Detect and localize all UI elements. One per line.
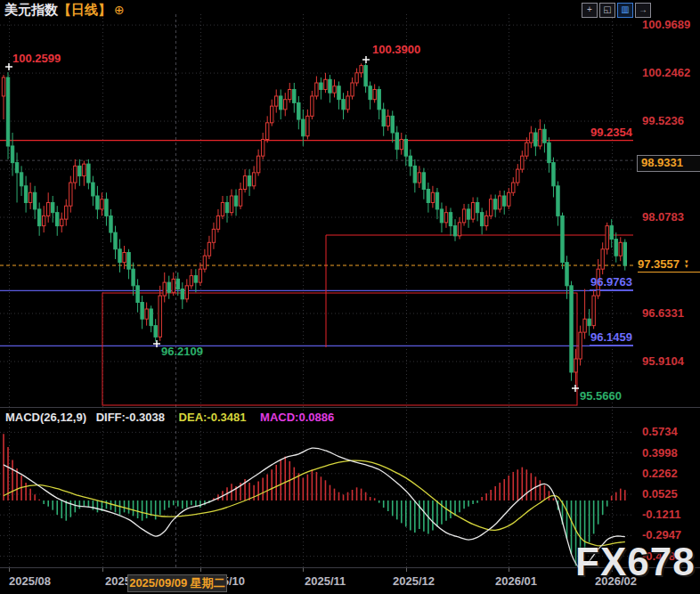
time-axis-label: 2025/11 <box>305 574 346 588</box>
price-axis-label: 95.9104 <box>642 354 684 368</box>
level-lines-layer[interactable] <box>0 141 633 346</box>
price-axis-label: 98.0783 <box>642 210 684 224</box>
price-axis-label: 100.2462 <box>642 66 690 79</box>
price-annotation: 96.2109 <box>161 345 203 358</box>
price-axis-label: 96.6331 <box>642 306 684 320</box>
add-indicator-icon[interactable]: ⊕ <box>114 3 125 17</box>
time-axis-label: 2025/08 <box>9 574 51 588</box>
macd-axis-label: 0.5734 <box>642 425 678 438</box>
annotation-markers <box>5 56 579 392</box>
resistance-line-label[interactable]: 99.2354 <box>590 126 633 141</box>
macd-axis-label: -0.1211 <box>642 508 680 521</box>
candles-layer <box>2 63 626 384</box>
chart-title: 美元指数【日线】⊕ <box>4 2 125 19</box>
macd-axis-label: 0.0525 <box>642 487 678 500</box>
pan-right-icon[interactable]: → <box>635 3 651 18</box>
period-label: 【日线】 <box>58 2 111 17</box>
drawings-layer[interactable] <box>102 235 633 405</box>
time-axis-label: 2025/12 <box>393 574 435 588</box>
macd-layer <box>4 434 625 568</box>
price-annotation: 100.2599 <box>12 52 61 65</box>
chart-canvas[interactable] <box>0 0 700 594</box>
macd-axis-label: 0.2262 <box>642 467 678 480</box>
symbol-name: 美元指数 <box>4 2 58 17</box>
crosshair-date-label: 2025/09/09 星期二 <box>127 574 227 592</box>
crosshair-price-label: 98.9331 <box>637 155 700 172</box>
double-down-arrow-icon: ▾▾ <box>685 260 688 268</box>
auto-scale-icon[interactable]: ▥ <box>617 3 633 18</box>
fit-chart-icon[interactable]: ◱ <box>599 3 615 18</box>
move-icon[interactable]: + <box>582 3 598 18</box>
macd-axis-label: 0.3998 <box>642 446 678 460</box>
price-axis-label: 99.5236 <box>642 114 684 127</box>
price-annotation: 100.3900 <box>372 43 420 56</box>
price-axis-label: 100.9689 <box>642 18 690 31</box>
support-line-label-1[interactable]: 96.9763 <box>590 275 633 290</box>
macd-diff-value: DIFF:-0.3038 <box>96 411 165 424</box>
watermark: FX678 <box>575 540 696 584</box>
time-axis-label: 2026/01 <box>495 574 537 588</box>
support-line-label-2[interactable]: 96.1459 <box>590 330 633 346</box>
price-annotation: 95.5660 <box>580 389 622 403</box>
macd-dea-value: DEA:-0.3481 <box>179 411 247 424</box>
current-price-value: 97.3557 <box>638 257 680 271</box>
chart-toolbar: +◱▥→ <box>582 3 651 18</box>
macd-params-label: MACD(26,12,9) <box>5 411 86 424</box>
current-price-label: 97.3557 ▾▾ <box>638 256 700 273</box>
chart-app: 美元指数【日线】⊕ +◱▥→ 100.9689100.246299.523698… <box>0 0 700 594</box>
macd-header: MACD(26,12,9) DIFF:-0.3038 DEA:-0.3481 M… <box>5 411 334 424</box>
macd-hist-value: MACD:0.0886 <box>260 411 334 424</box>
